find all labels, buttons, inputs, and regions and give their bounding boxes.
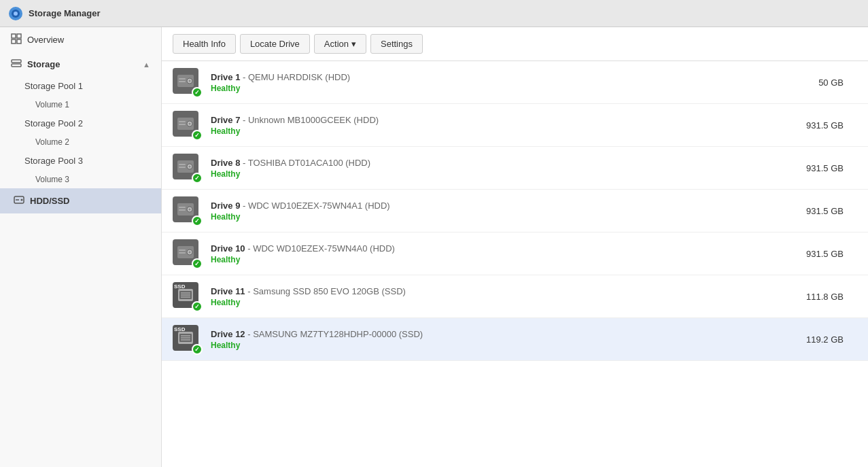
vol2-label: Volume 2 — [35, 137, 69, 147]
svg-point-2 — [14, 12, 18, 16]
drive-name-drive10: Drive 10 - WDC WD10EZEX-75WN4A0 (HDD) — [211, 243, 789, 254]
svg-rect-6 — [17, 39, 21, 44]
drive-row-drive10[interactable]: Drive 10 - WDC WD10EZEX-75WN4A0 (HDD)Hea… — [162, 232, 868, 275]
storage-arrow-icon: ▲ — [143, 60, 150, 69]
sidebar-item-hdd[interactable]: HDD/SSD — [0, 188, 161, 213]
sidebar-item-storage[interactable]: Storage ▲ — [0, 52, 161, 76]
status-badge-drive10 — [192, 258, 203, 269]
drive-icon-container-drive12: SSD — [173, 325, 201, 353]
svg-rect-16 — [179, 81, 186, 82]
svg-rect-36 — [179, 252, 186, 254]
svg-point-14 — [189, 80, 191, 82]
drive-row-drive12[interactable]: SSDDrive 12 - SAMSUNG MZ7TY128HDHP-00000… — [162, 318, 868, 361]
drive-row-drive11[interactable]: SSDDrive 11 - Samsung SSD 850 EVO 120GB … — [162, 275, 868, 318]
action-dropdown-icon: ▾ — [351, 39, 356, 49]
drive-health-drive7: Healthy — [211, 126, 789, 136]
drive-info-drive9: Drive 9 - WDC WD10EZEX-75WN4A1 (HDD)Heal… — [211, 201, 789, 222]
svg-rect-4 — [17, 34, 21, 38]
status-badge-drive11 — [192, 301, 203, 312]
drive-icon-container-drive7 — [173, 111, 201, 139]
svg-point-19 — [189, 123, 191, 125]
svg-rect-40 — [181, 294, 190, 296]
status-badge-drive8 — [192, 173, 203, 184]
action-label: Action — [324, 39, 349, 49]
sidebar-item-pool1[interactable]: Storage Pool 1 — [0, 76, 161, 96]
drive-health-drive11: Healthy — [211, 298, 789, 307]
svg-rect-25 — [179, 164, 186, 165]
svg-point-10 — [21, 199, 23, 201]
drive-size-drive10: 931.5 GB — [789, 249, 844, 259]
svg-rect-44 — [181, 335, 190, 336]
svg-rect-45 — [181, 337, 190, 339]
pool2-label: Storage Pool 2 — [24, 118, 83, 128]
sidebar-item-vol1[interactable]: Volume 1 — [0, 96, 161, 114]
svg-rect-21 — [179, 124, 186, 125]
status-badge-drive9 — [192, 215, 203, 226]
svg-point-34 — [189, 252, 191, 254]
status-badge-drive7 — [192, 130, 203, 141]
svg-rect-15 — [179, 78, 186, 80]
drive-info-drive8: Drive 8 - TOSHIBA DT01ACA100 (HDD)Health… — [211, 158, 789, 179]
drive-row-drive9[interactable]: Drive 9 - WDC WD10EZEX-75WN4A1 (HDD)Heal… — [162, 190, 868, 232]
svg-rect-39 — [181, 292, 190, 294]
drive-name-drive1: Drive 1 - QEMU HARDDISK (HDD) — [211, 72, 789, 82]
drive-row-drive8[interactable]: Drive 8 - TOSHIBA DT01ACA100 (HDD)Health… — [162, 147, 868, 190]
drive-size-drive1: 50 GB — [789, 77, 844, 88]
app-icon — [8, 6, 23, 21]
titlebar: Storage Manager — [0, 0, 868, 27]
drive-info-drive1: Drive 1 - QEMU HARDDISK (HDD)Healthy — [211, 72, 789, 93]
toolbar: Health Info Locate Drive Action ▾ Settin… — [162, 27, 868, 61]
svg-point-24 — [189, 166, 191, 168]
locate-drive-button[interactable]: Locate Drive — [240, 34, 310, 54]
svg-rect-5 — [12, 39, 16, 44]
content-area: Health Info Locate Drive Action ▾ Settin… — [162, 27, 868, 467]
drive-health-drive8: Healthy — [211, 169, 789, 179]
hdd-label: HDD/SSD — [30, 196, 70, 206]
svg-rect-3 — [12, 34, 16, 38]
action-button[interactable]: Action ▾ — [314, 34, 366, 54]
drive-size-drive11: 111.8 GB — [789, 292, 844, 302]
drive-icon-container-drive9 — [173, 196, 201, 225]
vol3-label: Volume 3 — [35, 175, 69, 184]
health-info-button[interactable]: Health Info — [173, 34, 236, 54]
drive-icon-container-drive10 — [173, 239, 201, 268]
drive-size-drive12: 119.2 GB — [789, 334, 844, 345]
drive-row-drive1[interactable]: Drive 1 - QEMU HARDDISK (HDD)Healthy50 G… — [162, 61, 868, 104]
drive-info-drive11: Drive 11 - Samsung SSD 850 EVO 120GB (SS… — [211, 286, 789, 307]
hdd-icon — [14, 194, 24, 207]
pool3-label: Storage Pool 3 — [24, 156, 83, 166]
drive-row-drive7[interactable]: Drive 7 - Unknown MB1000GCEEK (HDD)Healt… — [162, 104, 868, 147]
drive-name-drive7: Drive 7 - Unknown MB1000GCEEK (HDD) — [211, 115, 789, 125]
settings-button[interactable]: Settings — [370, 34, 423, 54]
svg-rect-46 — [181, 339, 190, 341]
drive-health-drive12: Healthy — [211, 341, 789, 350]
overview-icon — [11, 33, 22, 46]
svg-rect-30 — [179, 207, 186, 208]
drive-health-drive10: Healthy — [211, 255, 789, 264]
main-layout: Overview Storage ▲ Storage Pool 1 Volume… — [0, 27, 868, 467]
drive-size-drive8: 931.5 GB — [789, 163, 844, 173]
storage-label: Storage — [27, 59, 60, 69]
svg-rect-31 — [179, 209, 186, 211]
pool1-label: Storage Pool 1 — [24, 81, 83, 91]
drive-info-drive10: Drive 10 - WDC WD10EZEX-75WN4A0 (HDD)Hea… — [211, 243, 789, 264]
svg-rect-35 — [179, 249, 186, 251]
svg-rect-20 — [179, 121, 186, 122]
sidebar-item-pool2[interactable]: Storage Pool 2 — [0, 114, 161, 133]
drive-info-drive7: Drive 7 - Unknown MB1000GCEEK (HDD)Healt… — [211, 115, 789, 136]
status-badge-drive1 — [192, 87, 203, 98]
sidebar-item-vol2[interactable]: Volume 2 — [0, 133, 161, 151]
drive-list: Drive 1 - QEMU HARDDISK (HDD)Healthy50 G… — [162, 61, 868, 467]
storage-icon — [11, 58, 22, 71]
svg-rect-7 — [12, 60, 21, 63]
svg-rect-41 — [181, 296, 190, 298]
svg-rect-26 — [179, 167, 186, 168]
drive-name-drive11: Drive 11 - Samsung SSD 850 EVO 120GB (SS… — [211, 286, 789, 296]
svg-point-29 — [189, 209, 191, 211]
status-badge-drive12 — [192, 344, 203, 355]
sidebar-item-pool3[interactable]: Storage Pool 3 — [0, 151, 161, 171]
sidebar-item-overview[interactable]: Overview — [0, 27, 161, 52]
drive-name-drive12: Drive 12 - SAMSUNG MZ7TY128HDHP-00000 (S… — [211, 329, 789, 339]
sidebar-item-vol3[interactable]: Volume 3 — [0, 171, 161, 188]
vol1-label: Volume 1 — [35, 100, 69, 109]
